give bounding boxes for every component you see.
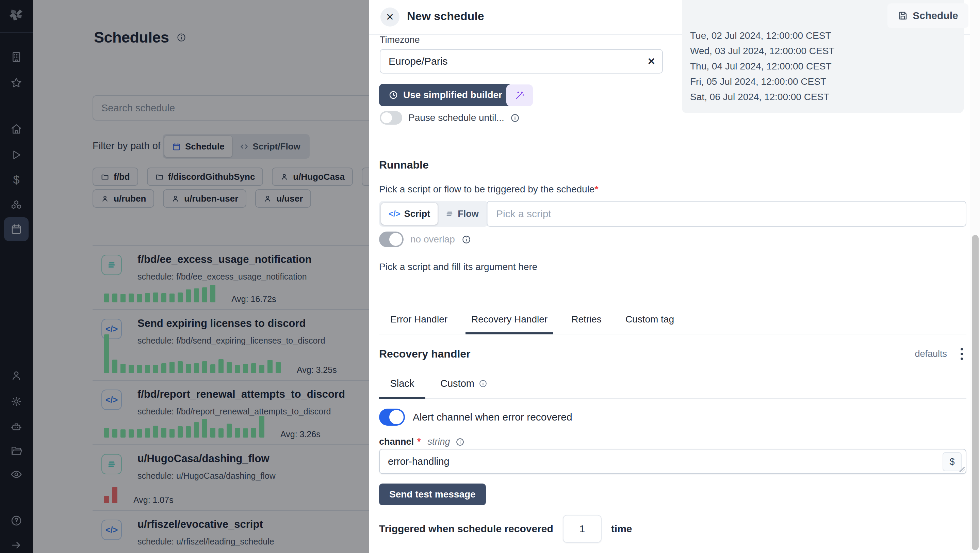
kebab-menu-icon[interactable]	[957, 346, 966, 362]
alert-channel-row: Alert channel when error recovered	[379, 409, 572, 426]
flow-icon	[445, 209, 454, 218]
pause-schedule-row: Pause schedule until...	[380, 111, 520, 124]
script-option[interactable]: </> Script	[381, 203, 438, 225]
info-icon[interactable]	[479, 379, 487, 388]
required-mark: *	[595, 184, 598, 194]
drawer-title: New schedule	[407, 10, 484, 23]
clear-icon[interactable]: ✕	[648, 56, 655, 67]
clock-icon	[388, 90, 398, 100]
flow-option[interactable]: Flow	[438, 203, 486, 225]
alert-channel-toggle[interactable]	[379, 409, 405, 426]
script-flow-toggle: </> Script Flow	[379, 201, 488, 227]
recovered-times-input[interactable]: 1	[563, 515, 601, 543]
fill-args-hint: Pick a script and fill its argument here	[379, 261, 537, 273]
code-icon: </>	[388, 209, 401, 218]
tab-recovery-handler[interactable]: Recovery Handler	[466, 314, 553, 335]
magic-wand-icon	[514, 90, 525, 101]
tab-custom-tag[interactable]: Custom tag	[620, 314, 680, 335]
info-icon[interactable]	[456, 438, 465, 446]
info-icon[interactable]	[511, 113, 520, 123]
subtab-slack[interactable]: Slack	[379, 378, 425, 399]
close-icon[interactable]: ✕	[380, 8, 399, 27]
timezone-label: Timezone	[380, 35, 420, 45]
pause-toggle[interactable]	[380, 111, 402, 124]
new-schedule-drawer: Tue, 02 Jul 2024, 12:00:00 CEST Wed, 03 …	[369, 0, 970, 553]
defaults-label[interactable]: defaults	[915, 349, 947, 359]
ai-magic-button[interactable]	[506, 84, 533, 106]
triggered-count-row: Triggered when schedule recovered 1 time	[379, 515, 632, 543]
page-scrollbar[interactable]	[970, 0, 980, 553]
subtab-custom[interactable]: Custom	[437, 378, 491, 399]
pause-label: Pause schedule until...	[408, 112, 504, 123]
runnable-heading: Runnable	[379, 159, 429, 171]
no-overlap-label: no overlap	[410, 234, 455, 245]
channel-textarea[interactable]: error-handling $	[379, 449, 966, 474]
handler-tabs: Error Handler Recovery Handler Retries C…	[379, 314, 966, 335]
no-overlap-row: no overlap	[379, 231, 471, 247]
alert-channel-label: Alert channel when error recovered	[413, 411, 572, 423]
runnable-hint: Pick a script or flow to be triggered by…	[379, 184, 598, 195]
variable-picker-button[interactable]: $	[943, 452, 962, 471]
pick-script-input[interactable]: Pick a script	[487, 201, 966, 227]
scrollbar-thumb[interactable]	[972, 235, 978, 550]
tab-retries[interactable]: Retries	[566, 314, 608, 335]
recovery-handler-header: Recovery handler defaults	[379, 346, 966, 362]
recovery-subtabs: Slack Custom	[379, 378, 966, 399]
send-test-message-button[interactable]: Send test message	[379, 483, 486, 505]
recovery-handler-heading: Recovery handler	[379, 347, 471, 360]
timezone-input[interactable]: Europe/Paris ✕	[380, 49, 663, 73]
drawer-content: Timezone Europe/Paris ✕ Use simplified b…	[369, 0, 970, 553]
channel-field-label: channel* string	[379, 437, 465, 447]
info-icon[interactable]	[462, 235, 471, 244]
no-overlap-toggle[interactable]	[379, 231, 404, 247]
resize-handle[interactable]	[959, 467, 965, 472]
app-window: $ Schedules	[0, 0, 980, 553]
use-simplified-builder-button[interactable]: Use simplified builder	[379, 84, 512, 106]
schedule-save-button[interactable]: Schedule	[888, 3, 969, 28]
tab-error-handler[interactable]: Error Handler	[385, 314, 453, 335]
save-icon	[898, 11, 908, 21]
